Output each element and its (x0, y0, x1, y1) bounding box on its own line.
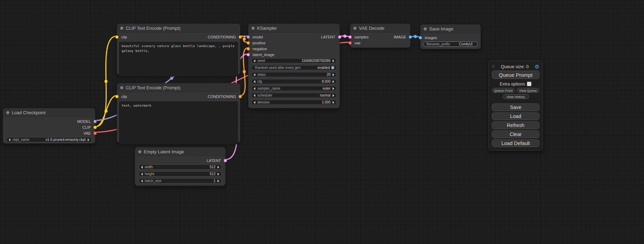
widget-width[interactable]: width 512 (139, 164, 222, 170)
toggle-icon[interactable] (331, 66, 334, 69)
collapse-dot-icon[interactable] (138, 150, 141, 153)
widget-cfg[interactable]: cfg 8.000 (251, 79, 337, 84)
collapse-dot-icon[interactable] (252, 27, 255, 30)
increment-arrow-icon[interactable] (333, 94, 334, 97)
load-default-button[interactable]: Load Default (492, 139, 539, 147)
decrement-arrow-icon[interactable] (141, 166, 143, 169)
input-dot-latent-image[interactable] (247, 53, 250, 56)
node-title-bar[interactable]: VAE Decode (350, 24, 410, 33)
decrement-arrow-icon[interactable] (254, 87, 255, 90)
widget-scheduler[interactable]: scheduler normal (251, 93, 337, 98)
decrement-arrow-icon[interactable] (254, 60, 255, 62)
input-dot-vae[interactable] (349, 41, 352, 44)
widget-steps[interactable]: steps 20 (251, 72, 337, 77)
collapse-dot-icon[interactable] (120, 86, 123, 89)
prompt-textarea[interactable]: text, watermark (119, 101, 238, 144)
widget-height[interactable]: height 512 (139, 171, 222, 177)
output-dot-clip[interactable] (94, 126, 97, 129)
output-dot-latent[interactable] (338, 35, 341, 38)
increment-arrow-icon[interactable] (333, 73, 334, 76)
widget-ckpt-name[interactable]: ckpt_name v1-5-pruned-emaonly.ckpt (6, 137, 92, 142)
node-clip-text-encode-negative[interactable]: CLIP Text Encode (Prompt) clip CONDITION… (117, 83, 240, 143)
node-title-bar[interactable]: Save Image (421, 25, 480, 33)
slot-label: MODEL (77, 119, 91, 124)
output-dot-conditioning[interactable] (239, 95, 242, 98)
view-queue-button[interactable]: View Queue (517, 88, 539, 93)
node-title-bar[interactable]: Empty Latent Image (135, 147, 225, 156)
increment-arrow-icon[interactable] (333, 60, 334, 62)
save-button[interactable]: Save (492, 103, 539, 111)
decrement-arrow-icon[interactable] (9, 138, 10, 141)
increment-arrow-icon[interactable] (333, 87, 334, 90)
node-title: Empty Latent Image (144, 149, 184, 154)
widget-sampler-name[interactable]: sampler_name euler (251, 86, 337, 91)
input-dot-clip[interactable] (115, 95, 118, 98)
extra-options-checkbox[interactable] (527, 82, 531, 86)
decrement-arrow-icon[interactable] (254, 101, 255, 104)
prompt-textarea[interactable]: beautiful scenery nature glass bottle la… (119, 42, 238, 76)
node-title-bar[interactable]: CLIP Text Encode (Prompt) (117, 83, 240, 92)
collapse-dot-icon[interactable] (353, 27, 356, 30)
input-dot-positive[interactable] (247, 41, 250, 44)
queue-front-button[interactable]: Queue Front (492, 88, 515, 93)
node-title-bar[interactable]: KSampler (248, 24, 339, 33)
input-dot-model[interactable] (247, 35, 250, 38)
widget-label: Random seed after every gen (255, 66, 301, 70)
slot-label: CLIP (82, 125, 91, 129)
collapse-dot-icon[interactable] (424, 27, 427, 30)
widget-filename-prefix[interactable]: filename_prefix ComfyUI (423, 42, 478, 47)
node-title: KSampler (257, 26, 277, 31)
output-slot-model: MODEL (3, 118, 95, 124)
increment-arrow-icon[interactable] (218, 173, 219, 175)
input-dot-samples[interactable] (349, 35, 352, 38)
node-vae-decode[interactable]: VAE Decode samples IMAGE vae (350, 24, 411, 48)
output-dot-latent[interactable] (224, 159, 227, 162)
decrement-arrow-icon[interactable] (254, 80, 255, 83)
node-graph-canvas[interactable]: Load Checkpoint MODEL CLIP VAE ckpt_name… (0, 0, 644, 244)
node-title-bar[interactable]: Load Checkpoint (3, 108, 95, 117)
queue-panel-header: ⠿ Queue size: 0 ⚙ (492, 63, 539, 70)
decrement-arrow-icon[interactable] (254, 73, 255, 76)
collapse-dot-icon[interactable] (6, 111, 9, 114)
settings-gear-icon[interactable]: ⚙ (535, 64, 539, 69)
widget-value: enabled (317, 66, 330, 70)
node-empty-latent-image[interactable]: Empty Latent Image LATENT width 512 heig… (135, 147, 226, 186)
input-dot-clip[interactable] (115, 35, 118, 38)
output-dot-conditioning[interactable] (239, 35, 242, 38)
slot-row: positive (248, 40, 339, 46)
slot-row: clip CONDITIONING (117, 34, 240, 40)
clear-button[interactable]: Clear (492, 130, 539, 138)
widget-value: ComfyUI (459, 42, 473, 46)
decrement-arrow-icon[interactable] (254, 94, 255, 97)
queue-prompt-button[interactable]: Queue Prompt (492, 71, 539, 79)
view-history-button[interactable]: View History (503, 94, 529, 99)
widget-random-seed-toggle[interactable]: Random seed after every gen enabled (251, 65, 337, 70)
link-wire (95, 36, 117, 127)
input-dot-negative[interactable] (247, 47, 250, 50)
increment-arrow-icon[interactable] (218, 166, 219, 169)
output-dot-model[interactable] (94, 120, 97, 123)
increment-arrow-icon[interactable] (218, 180, 219, 182)
widget-label: ckpt_name (12, 138, 29, 142)
increment-arrow-icon[interactable] (88, 138, 89, 141)
drag-handle-icon[interactable]: ⠿ (492, 64, 495, 69)
widget-seed[interactable]: seed 156680208700286 (251, 58, 337, 63)
slot-label: VAE (83, 131, 91, 135)
node-title-bar[interactable]: CLIP Text Encode (Prompt) (117, 24, 240, 33)
decrement-arrow-icon[interactable] (141, 180, 143, 182)
node-save-image[interactable]: Save Image images filename_prefix ComfyU… (420, 24, 481, 49)
node-load-checkpoint[interactable]: Load Checkpoint MODEL CLIP VAE ckpt_name… (3, 108, 95, 144)
decrement-arrow-icon[interactable] (141, 173, 143, 175)
load-button[interactable]: Load (492, 112, 539, 120)
collapse-dot-icon[interactable] (120, 27, 123, 30)
output-dot-vae[interactable] (94, 132, 97, 135)
increment-arrow-icon[interactable] (333, 101, 334, 104)
widget-denoise[interactable]: denoise 1.000 (251, 100, 337, 105)
node-ksampler[interactable]: KSampler model LATENT positive negative … (248, 24, 340, 108)
output-dot-image[interactable] (409, 35, 412, 38)
node-clip-text-encode-positive[interactable]: CLIP Text Encode (Prompt) clip CONDITION… (117, 24, 240, 75)
widget-batch-size[interactable]: batch_size 1 (139, 178, 222, 183)
refresh-button[interactable]: Refresh (492, 121, 539, 129)
increment-arrow-icon[interactable] (333, 80, 334, 83)
input-dot-images[interactable] (419, 36, 422, 39)
